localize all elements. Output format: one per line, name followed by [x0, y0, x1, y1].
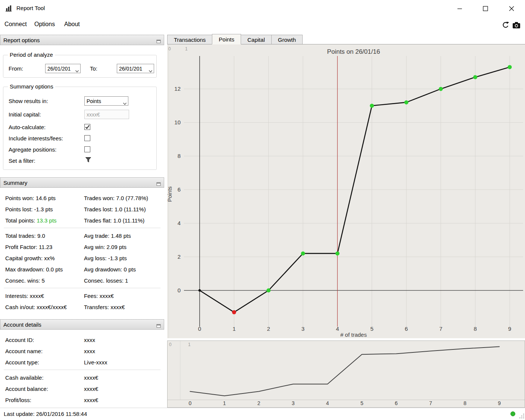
svg-text:5: 5: [360, 400, 363, 406]
account-value: xxxx: [84, 337, 164, 343]
summary-row: Capital growth: xx% Avg loss: -1.3 pts: [0, 252, 164, 264]
account-label: Account type:: [0, 359, 84, 365]
summary-cell: Total trades: 9.0: [0, 233, 84, 239]
minimize-button[interactable]: [451, 3, 468, 14]
summary-cell: Points lost: -1.3 pts: [0, 206, 84, 212]
svg-text:2: 2: [178, 253, 181, 260]
svg-text:3: 3: [292, 400, 295, 406]
svg-text:8: 8: [178, 153, 181, 159]
screenshot-button[interactable]: [512, 20, 521, 30]
svg-text:# of trades: # of trades: [340, 332, 367, 338]
float-panel-icon[interactable]: [156, 38, 161, 42]
svg-text:5: 5: [370, 326, 373, 332]
total-points-label: Total points:: [5, 217, 37, 224]
agregate-positions-label: Agregate positions:: [9, 146, 56, 153]
summary-title: Summary: [3, 180, 27, 186]
svg-text:10: 10: [174, 119, 181, 125]
svg-text:2: 2: [257, 400, 260, 406]
summary-cell: Points won: 14.6 pts: [0, 195, 84, 201]
period-group-title: Period of analyze: [8, 52, 55, 58]
report-options-header: Report options: [0, 35, 164, 45]
refresh-button[interactable]: [501, 20, 510, 30]
points-chart[interactable]: 0246810120123456789Points on 26/01/16# o…: [167, 44, 525, 338]
summary-row: Max drawdown: 0.0 pts Avg drawdown: 0 pt…: [0, 264, 164, 275]
window-title: Report Tool: [16, 5, 45, 11]
report-options-panel: Report options Period of analyze From: 2…: [0, 35, 164, 177]
to-label: To:: [90, 65, 97, 72]
divider: [4, 288, 160, 288]
float-panel-icon[interactable]: [156, 323, 161, 327]
agregate-positions-checkbox[interactable]: [84, 146, 90, 152]
summary-cell: Trades lost: 1.0 (11.11%): [84, 206, 164, 212]
include-fees-checkbox[interactable]: [84, 135, 90, 141]
to-date-dropdown[interactable]: 26/01/201: [117, 64, 154, 73]
chevron-down-icon: [123, 100, 126, 106]
auto-calculate-label: Auto-calculate:: [9, 124, 46, 130]
summary-row: Consec. wins: 5 Consec. losses: 1: [0, 275, 164, 286]
set-filter-label: Set a filter:: [9, 158, 35, 164]
svg-text:12: 12: [174, 85, 181, 92]
camera-icon: [512, 22, 521, 29]
menu-options[interactable]: Options: [33, 17, 56, 32]
account-row: Account balance: xxxx€: [0, 383, 164, 394]
menu-about[interactable]: About: [63, 17, 81, 32]
close-button[interactable]: [503, 3, 520, 14]
menubar: Connect Options About: [0, 17, 525, 32]
summary-cell: Trades flat: 1.0 (11.11%): [84, 217, 164, 224]
maximize-button[interactable]: [477, 3, 494, 14]
tab-transactions[interactable]: Transactions: [167, 35, 212, 44]
account-row: Account ID: xxxx: [0, 334, 164, 345]
account-label: Account balance:: [0, 386, 84, 392]
tab-bar: Transactions Points Capital Growth: [167, 34, 525, 44]
filter-button[interactable]: [85, 157, 91, 164]
summary-options-title: Summary options: [8, 83, 55, 90]
float-panel-icon[interactable]: [156, 181, 161, 185]
tab-capital[interactable]: Capital: [241, 35, 272, 44]
summary-cell: Avg drawdown: 0 pts: [84, 266, 164, 273]
tab-growth[interactable]: Growth: [271, 35, 303, 44]
maximize-icon: [483, 6, 488, 11]
initial-capital-input: [84, 110, 129, 119]
svg-text:1: 1: [232, 326, 235, 332]
account-details-panel: Account details Account ID: xxxx Account…: [0, 319, 164, 405]
summary-cell: Consec. wins: 5: [0, 277, 84, 284]
show-results-dropdown[interactable]: Points: [84, 96, 128, 106]
overview-chart[interactable]: 012345678901: [167, 340, 525, 408]
points-chart-svg: 0246810120123456789Points on 26/01/16# o…: [167, 44, 525, 338]
svg-text:3: 3: [301, 326, 304, 332]
account-value: xxxx: [84, 348, 164, 354]
titlebar: Report Tool: [0, 0, 525, 17]
from-date-dropdown[interactable]: 26/01/201: [45, 64, 81, 73]
summary-cell: Avg loss: -1.3 pts: [84, 255, 164, 261]
svg-text:0: 0: [188, 400, 191, 406]
auto-calculate-checkbox[interactable]: [84, 124, 90, 130]
resize-grip[interactable]: [519, 413, 525, 420]
svg-text:Points: Points: [167, 186, 173, 202]
account-value: Live-xxxx: [84, 359, 164, 365]
svg-text:0: 0: [168, 46, 171, 52]
show-results-value: Points: [87, 98, 101, 104]
period-group: Period of analyze From: 26/01/201 To: 26…: [3, 55, 157, 78]
summary-row: Points won: 14.6 pts Trades won: 7.0 (77…: [0, 192, 164, 203]
account-details-header: Account details: [0, 319, 164, 330]
summary-cell: Avg trade: 1.48 pts: [84, 233, 164, 239]
summary-row: Interests: xxxx€ Fees: xxxx€: [0, 290, 164, 301]
summary-cell: Avg win: 2.09 pts: [84, 244, 164, 250]
refresh-icon: [502, 21, 509, 29]
summary-panel: Summary Points won: 14.6 pts Trades won:…: [0, 177, 164, 312]
menu-connect[interactable]: Connect: [3, 17, 28, 32]
checkmark-icon: [85, 124, 90, 130]
svg-text:1: 1: [223, 400, 226, 406]
summary-row: Total trades: 9.0 Avg trade: 1.48 pts: [0, 230, 164, 241]
tab-points[interactable]: Points: [212, 34, 241, 44]
account-label: Account ID:: [0, 337, 84, 343]
summary-body: Points won: 14.6 pts Trades won: 7.0 (77…: [0, 188, 164, 312]
svg-text:8: 8: [474, 326, 476, 332]
account-label: Cash available:: [0, 374, 84, 381]
svg-text:1: 1: [185, 46, 188, 52]
account-details-title: Account details: [3, 321, 41, 328]
svg-text:8: 8: [463, 400, 466, 406]
last-update-text: Last update: 26/01/2016 11:58:44: [4, 411, 87, 417]
to-date-value: 26/01/201: [119, 66, 142, 72]
account-label: Account name:: [0, 348, 84, 354]
